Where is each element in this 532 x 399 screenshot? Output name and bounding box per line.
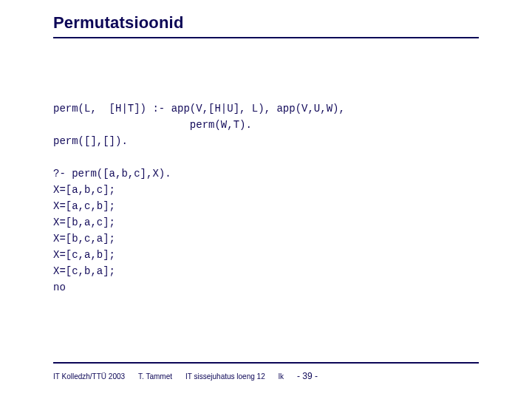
page-title: Permutatsioonid — [53, 13, 479, 37]
footer-page-value: - 39 - — [297, 371, 318, 381]
footer-line: IT Kolledzh/TTÜ 2003 T. Tammet IT sissej… — [53, 371, 479, 381]
title-underline — [53, 37, 479, 38]
footer-org: IT Kolledzh/TTÜ 2003 — [53, 372, 125, 381]
footer: IT Kolledzh/TTÜ 2003 T. Tammet IT sissej… — [53, 362, 479, 381]
footer-author: T. Tammet — [138, 372, 172, 381]
code-block: perm(L, [H|T]) :- app(V,[H|U], L), app(V… — [53, 100, 467, 296]
footer-course: IT sissejuhatus loeng 12 — [185, 372, 265, 381]
slide: Permutatsioonid perm(L, [H|T]) :- app(V,… — [0, 0, 532, 399]
title-block: Permutatsioonid — [53, 13, 479, 38]
footer-rule — [53, 362, 479, 364]
footer-page-label: lk — [279, 372, 284, 381]
